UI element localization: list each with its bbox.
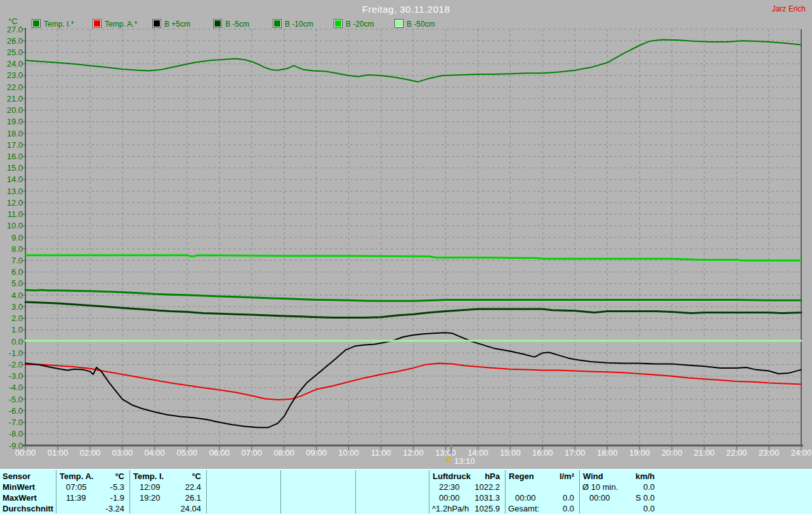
x-tick-label: 08:00 (273, 448, 294, 458)
table-value-cell: Ø 10 min. (582, 482, 618, 492)
table-value-cell: 0.0 (563, 503, 574, 514)
y-tick-label: 2.0 (11, 313, 23, 323)
y-tick-label: 12.0 (7, 198, 23, 208)
table-divider (429, 470, 429, 513)
x-tick-label: 04:00 (145, 448, 166, 458)
y-tick-label: 4.0 (11, 291, 23, 300)
x-tick-label: 05:00 (177, 448, 198, 458)
x-tick-label: 17:00 (565, 448, 586, 458)
y-tick-label: 1.0 (11, 325, 23, 334)
table-value-cell: 00:00 (589, 492, 610, 503)
table-value-cell: -3.24 (105, 503, 124, 514)
x-tick-label: 22:00 (726, 448, 747, 458)
y-tick-label: 17.0 (7, 140, 23, 150)
time-marker-label: 13:10 (454, 456, 475, 466)
table-divider (206, 470, 207, 513)
x-tick-label: 03:00 (112, 448, 133, 458)
table-divider (280, 470, 281, 513)
table-value-cell: S 0.0 (636, 492, 655, 503)
table-divider (579, 470, 580, 513)
x-tick-label: 15:00 (500, 448, 521, 458)
table-header-cell: Sensor (3, 471, 30, 482)
x-tick-label: 23:00 (759, 448, 780, 458)
table-value-cell: 1031.3 (475, 492, 500, 503)
y-tick-label: 21.0 (7, 94, 23, 103)
x-tick-label: 07:00 (241, 448, 262, 458)
weather-app-screen: { "header": { "title": "Freitag, 30.11.2… (0, 0, 812, 514)
y-tick-label: 24.0 (7, 59, 23, 69)
table-value-cell: 00:00 (515, 492, 536, 503)
x-tick-label: 09:00 (306, 448, 327, 458)
y-tick-label: -3.0 (9, 371, 23, 381)
y-tick-label: 26.0 (7, 36, 23, 46)
x-tick-label: 01:00 (48, 448, 69, 458)
table-header-cell: Temp. A. (60, 471, 93, 482)
x-tick-label: 19:00 (629, 448, 650, 458)
y-tick-label: 23.0 (7, 70, 23, 80)
table-value-cell: -1.9 (110, 492, 124, 503)
y-tick-label: -1.0 (9, 348, 23, 358)
x-tick-label: 16:00 (532, 448, 553, 458)
x-tick-label: 20:00 (662, 448, 683, 458)
table-value-cell: ^1.2hPa/h (432, 503, 469, 514)
table-header-cell: km/h (636, 471, 655, 482)
table-header-cell: MinWert (3, 482, 35, 492)
table-value-cell: 19:20 (140, 492, 160, 503)
table-header-cell: MaxWert (3, 492, 37, 503)
y-tick-label: 11.0 (8, 209, 23, 219)
x-tick-label: 18:00 (597, 448, 618, 458)
y-tick-label: 3.0 (11, 302, 23, 312)
table-header-cell: Temp. I. (133, 471, 164, 482)
x-tick-label: 06:00 (209, 448, 230, 458)
table-header-cell: °C (192, 471, 201, 482)
table-divider (355, 470, 356, 513)
table-header-cell: hPa (485, 471, 500, 482)
y-tick-label: 6.0 (11, 267, 23, 277)
table-header-cell: Wind (583, 471, 603, 482)
table-header-cell: l/m² (560, 471, 574, 482)
y-tick-label: 16.0 (7, 152, 23, 161)
y-tick-label: 14.0 (7, 175, 23, 184)
summary-table: SensorMinWertMaxWertDurchschnittTemp. A.… (0, 469, 812, 514)
table-value-cell: Gesamt: (508, 503, 539, 514)
y-tick-label: 20.0 (7, 105, 23, 115)
y-tick-label: 25.0 (7, 48, 23, 57)
table-value-cell: 26.1 (185, 492, 201, 503)
x-tick-label: 21:00 (694, 448, 715, 458)
y-tick-label: 8.0 (11, 244, 23, 254)
y-tick-label: 13.0 (7, 187, 23, 196)
y-tick-label: 9.0 (11, 233, 23, 242)
table-divider (129, 470, 130, 513)
table-value-cell: 11:39 (66, 492, 86, 503)
y-tick-label: 22.0 (7, 82, 23, 92)
y-tick-label: -2.0 (9, 360, 23, 369)
table-value-cell: 0.0 (563, 492, 574, 503)
y-tick-label: 19.0 (7, 117, 23, 126)
y-tick-label: 7.0 (11, 256, 23, 265)
y-tick-label: 15.0 (7, 163, 23, 173)
x-tick-label: 11:00 (371, 448, 391, 458)
table-value-cell: 00:00 (439, 492, 460, 503)
table-value-cell: 22:30 (439, 482, 460, 492)
table-value-cell: 0.0 (643, 503, 655, 514)
table-value-cell: 07:05 (66, 482, 87, 492)
table-divider (505, 470, 506, 513)
table-value-cell: 24.04 (180, 503, 201, 514)
x-tick-label: 12:00 (403, 448, 424, 458)
table-value-cell: 22.4 (185, 482, 201, 492)
table-value-cell: 1025.9 (475, 503, 500, 514)
y-tick-label: -7.0 (9, 418, 23, 427)
y-tick-label: 0.0 (11, 337, 23, 346)
y-tick-label: -8.0 (9, 429, 23, 438)
table-divider (56, 470, 56, 513)
x-tick-label: 02:00 (80, 448, 101, 458)
x-tick-label: 10:00 (338, 448, 359, 458)
table-value-cell: 1022.2 (475, 482, 500, 492)
table-header-cell: Durchschnitt (3, 503, 53, 514)
x-tick-label: 00:00 (15, 448, 36, 458)
y-tick-label: -6.0 (9, 406, 23, 416)
y-tick-label: 18.0 (7, 129, 23, 138)
y-tick-label: 10.0 (7, 221, 23, 230)
temperature-chart[interactable]: 27.026.025.024.023.022.021.020.019.018.0… (0, 0, 812, 470)
y-tick-label: -5.0 (9, 395, 23, 404)
